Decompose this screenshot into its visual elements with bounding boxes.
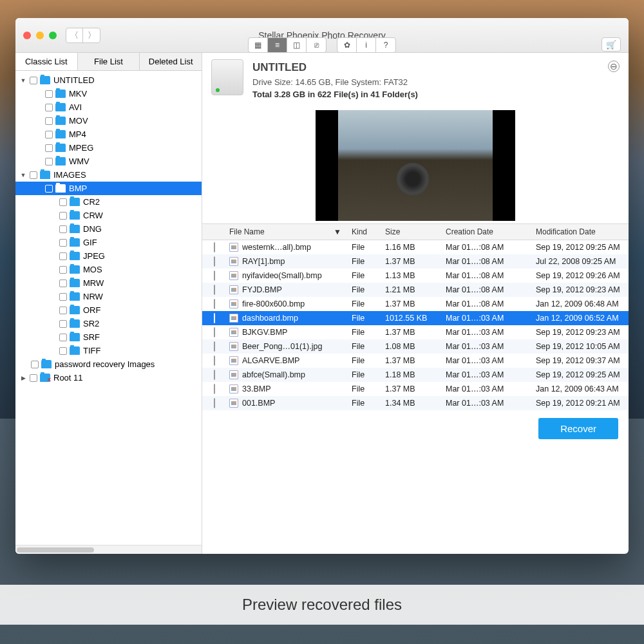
recover-button[interactable]: Recover <box>538 418 618 439</box>
tree-node[interactable]: password recovery Images <box>15 357 202 371</box>
tree-node[interactable]: MP4 <box>15 128 202 141</box>
close-icon[interactable] <box>23 32 31 39</box>
checkbox[interactable] <box>59 279 67 287</box>
tree-node[interactable]: MOV <box>15 114 202 128</box>
tree-node[interactable]: TIFF <box>15 344 202 357</box>
tree-node[interactable]: ▼IMAGES <box>15 168 202 182</box>
checkbox[interactable] <box>30 374 37 382</box>
cart-button[interactable]: 🛒 <box>601 37 621 52</box>
checkbox[interactable] <box>45 104 53 111</box>
tree-node[interactable]: DNG <box>15 222 202 236</box>
checkbox[interactable] <box>45 158 53 166</box>
tree-node[interactable]: SRF <box>15 330 202 344</box>
checkbox[interactable] <box>59 334 67 341</box>
checkbox[interactable] <box>59 252 67 260</box>
tree-node[interactable]: MKV <box>15 87 202 100</box>
tree-node[interactable]: NRW <box>15 290 202 303</box>
tree-label: UNTITLED <box>53 75 95 85</box>
checkbox[interactable] <box>214 242 215 252</box>
tree-node[interactable]: SR2 <box>15 317 202 330</box>
table-row[interactable]: fire-800x600.bmpFile1.37 MBMar 01…:08 AM… <box>202 297 629 311</box>
tree-node[interactable]: CR2 <box>15 195 202 209</box>
checkbox[interactable] <box>45 185 53 193</box>
sidebar-scrollbar[interactable] <box>15 545 202 554</box>
checkbox[interactable] <box>59 266 67 274</box>
file-table-body[interactable]: westernk…all).bmpFile1.16 MBMar 01…:08 A… <box>202 240 629 410</box>
table-row[interactable]: RAY[1].bmpFile1.37 MBMar 01…:08 AMJul 22… <box>202 254 629 269</box>
tree-node[interactable]: MRW <box>15 276 202 290</box>
sidebar-tab[interactable]: Classic List <box>15 53 78 70</box>
checkbox[interactable] <box>214 341 215 352</box>
table-header[interactable]: File Name▼ Kind Size Creation Date Modif… <box>202 223 629 240</box>
gear-icon[interactable]: ✿ <box>337 38 357 52</box>
checkbox[interactable] <box>214 285 215 295</box>
checkbox[interactable] <box>59 347 67 355</box>
table-row[interactable]: dashboard.bmpFile1012.55 KBMar 01…:03 AM… <box>202 311 629 325</box>
file-name: BJKGV.BMP <box>242 328 287 337</box>
grid-view-icon[interactable]: ▦ <box>249 38 268 52</box>
checkbox[interactable] <box>214 313 215 323</box>
list-view-icon[interactable]: ≡ <box>268 38 287 52</box>
checkbox[interactable] <box>30 171 37 179</box>
checkbox[interactable] <box>45 117 53 125</box>
checkbox[interactable] <box>45 131 53 138</box>
disclosure-icon[interactable]: ▶ <box>19 375 27 381</box>
checkbox[interactable] <box>214 370 215 380</box>
info-icon[interactable]: i <box>357 38 376 52</box>
folder-icon <box>41 360 52 368</box>
checkbox[interactable] <box>30 77 37 84</box>
tree-node[interactable]: JPEG <box>15 249 202 263</box>
drive-total: Total 3.28 GB in 622 File(s) in 41 Folde… <box>252 88 418 101</box>
checkbox[interactable] <box>45 90 53 98</box>
checkbox[interactable] <box>214 398 215 408</box>
forward-button[interactable]: 〉 <box>83 28 100 43</box>
zoom-icon[interactable] <box>49 32 57 39</box>
checkbox[interactable] <box>214 327 215 337</box>
disclosure-icon[interactable]: ▼ <box>19 77 27 84</box>
tree-node[interactable]: MPEG <box>15 141 202 155</box>
tree-node[interactable]: CRW <box>15 209 202 222</box>
checkbox[interactable] <box>45 144 53 152</box>
checkbox[interactable] <box>59 307 67 314</box>
table-row[interactable]: nyifavideo(Small).bmpFile1.13 MBMar 01…:… <box>202 269 629 283</box>
checkbox[interactable] <box>59 239 67 247</box>
tree-node[interactable]: ▼UNTITLED <box>15 73 202 87</box>
checkbox[interactable] <box>31 361 39 368</box>
table-row[interactable]: 001.BMPFile1.34 MBMar 01…:03 AMSep 19, 2… <box>202 396 629 410</box>
checkbox[interactable] <box>59 320 67 328</box>
tree-node[interactable]: GIF <box>15 236 202 249</box>
checkbox[interactable] <box>214 299 215 309</box>
tree-label: CR2 <box>83 197 100 207</box>
disclosure-icon[interactable]: ▼ <box>19 172 27 178</box>
tree-node[interactable]: ▶Root 11 <box>15 371 202 384</box>
tree-node[interactable]: MOS <box>15 263 202 276</box>
tree-node[interactable]: WMV <box>15 155 202 168</box>
checkbox[interactable] <box>214 256 215 267</box>
table-row[interactable]: 33.BMPFile1.37 MBMar 01…:03 AMJan 12, 20… <box>202 382 629 396</box>
checkbox[interactable] <box>214 270 215 281</box>
checkbox[interactable] <box>214 384 215 394</box>
folder-tree[interactable]: ▼UNTITLEDMKVAVIMOVMP4MPEGWMV▼IMAGESBMPCR… <box>15 71 202 545</box>
checkbox[interactable] <box>59 198 67 206</box>
column-view-icon[interactable]: ◫ <box>287 38 307 52</box>
table-row[interactable]: BJKGV.BMPFile1.37 MBMar 01…:03 AMSep 19,… <box>202 325 629 339</box>
checkbox[interactable] <box>59 225 67 233</box>
minimize-icon[interactable] <box>36 32 44 39</box>
table-row[interactable]: abfce(Small).bmpFile1.18 MBMar 01…:03 AM… <box>202 368 629 382</box>
tree-node[interactable]: BMP <box>15 182 202 195</box>
checkbox[interactable] <box>214 355 215 366</box>
help-icon[interactable]: ? <box>376 38 395 52</box>
tree-node[interactable]: ORF <box>15 303 202 317</box>
sidebar-tab[interactable]: Deleted List <box>140 53 202 70</box>
table-row[interactable]: Beer_Pong…01(1).jpgFile1.08 MBMar 01…:03… <box>202 339 629 354</box>
checkbox[interactable] <box>59 212 67 220</box>
collapse-icon[interactable]: ⊖ <box>608 61 620 72</box>
checkbox[interactable] <box>59 293 67 301</box>
table-row[interactable]: westernk…all).bmpFile1.16 MBMar 01…:08 A… <box>202 240 629 254</box>
table-row[interactable]: ALGARVE.BMPFile1.37 MBMar 01…:03 AMSep 1… <box>202 354 629 368</box>
back-button[interactable]: 〈 <box>66 28 83 43</box>
sidebar-tab[interactable]: File List <box>78 53 140 70</box>
table-row[interactable]: FYJD.BMPFile1.21 MBMar 01…:08 AMSep 19, … <box>202 283 629 297</box>
tree-node[interactable]: AVI <box>15 100 202 114</box>
coverflow-view-icon[interactable]: ⎚ <box>307 38 326 52</box>
